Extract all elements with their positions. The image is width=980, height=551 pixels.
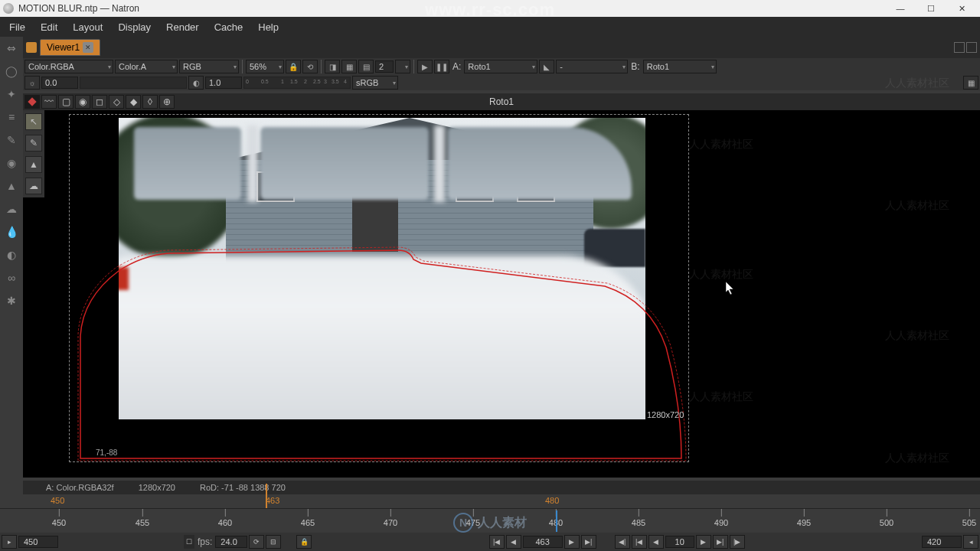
- timeline-ruler[interactable]: 450455460465470475480485490495500505: [0, 508, 980, 531]
- fullframe-toggle-icon[interactable]: ▦: [341, 60, 357, 73]
- tool-color-icon[interactable]: ◐: [3, 246, 20, 263]
- tool-paint-icon[interactable]: ✦: [3, 86, 20, 103]
- sync-viewer-icon[interactable]: ⟲: [302, 60, 318, 73]
- menu-cache[interactable]: Cache: [208, 18, 250, 36]
- roto-cusp-icon[interactable]: ◊: [142, 95, 158, 109]
- tool-transform-icon[interactable]: ⇔: [3, 40, 20, 57]
- roto-smooth-icon[interactable]: ⊕: [159, 95, 175, 109]
- tab-close-icon[interactable]: ✕: [83, 42, 93, 53]
- timeline-keyframe[interactable]: 480: [545, 496, 559, 505]
- timeline-tick: 495: [797, 518, 811, 527]
- timeline-keyframe[interactable]: 463: [266, 496, 279, 505]
- play-reverse-icon[interactable]: ◀: [506, 535, 521, 549]
- tool-pen-icon[interactable]: ✎: [3, 132, 20, 148]
- window-minimize[interactable]: —: [885, 0, 916, 17]
- gain-slider[interactable]: [80, 77, 187, 89]
- next-incr-icon[interactable]: ▶|: [713, 535, 728, 549]
- proxy-toggle-icon[interactable]: ▤: [358, 60, 374, 73]
- b-input-dropdown[interactable]: Roto1: [643, 60, 717, 73]
- tab-handle-icon[interactable]: [26, 42, 37, 53]
- menu-display[interactable]: Display: [112, 18, 157, 36]
- info-rod: RoD: -71 -88 1388 720: [200, 483, 286, 492]
- pause-render-icon[interactable]: ❚❚: [434, 60, 449, 73]
- gamma-slider[interactable]: 0 0.5 1 1.5 2 2.5 3 3.5 4: [243, 77, 351, 89]
- tool-link-icon[interactable]: ∞: [3, 269, 20, 286]
- roto-feather-icon[interactable]: 〰: [41, 95, 57, 109]
- gain-icon[interactable]: ☼: [24, 76, 40, 90]
- menu-edit[interactable]: Edit: [34, 18, 64, 36]
- prev-key-icon[interactable]: ◀|: [615, 535, 630, 549]
- gamma-field[interactable]: 1.0: [205, 77, 242, 89]
- proxy-dropdown[interactable]: [395, 60, 410, 73]
- clip-toggle-icon[interactable]: ◨: [325, 60, 340, 73]
- roto-sticky-icon[interactable]: ◉: [75, 95, 90, 109]
- first-frame-icon[interactable]: |◀: [489, 535, 505, 549]
- roto-clone-tool-icon[interactable]: ☁: [25, 178, 42, 194]
- viewer-tab[interactable]: Viewer1 ✕: [40, 39, 100, 56]
- tool-brush-icon[interactable]: ◉: [3, 155, 20, 171]
- menu-file[interactable]: File: [3, 18, 31, 36]
- frame-lock-icon[interactable]: 🔒: [296, 535, 312, 549]
- viewer-canvas[interactable]: Main Bar Cafe 627 West 3rd Avenue 1280x7…: [23, 110, 980, 478]
- roto-bezier-tool-icon[interactable]: ✎: [25, 135, 42, 152]
- fps-lock-icon[interactable]: ☐: [184, 535, 194, 549]
- step-back-icon[interactable]: ◀: [648, 535, 664, 549]
- menu-render[interactable]: Render: [160, 18, 205, 36]
- proxy-level[interactable]: 2: [375, 60, 394, 73]
- play-mode-icon[interactable]: ⟳: [249, 535, 264, 549]
- info-res: 980x551: [139, 483, 175, 492]
- roto-select-tool-icon[interactable]: ↖: [25, 113, 42, 130]
- roto-ripple-icon[interactable]: ◻: [92, 95, 107, 109]
- roto-autokey-icon[interactable]: [24, 95, 40, 109]
- play-forward-icon[interactable]: ▶: [564, 535, 580, 549]
- roto-ellipse-tool-icon[interactable]: ▲: [25, 156, 42, 173]
- fps-field[interactable]: 24.0: [215, 536, 247, 548]
- timeline-keys[interactable]: 450463480: [0, 496, 980, 508]
- tab-label: Viewer1: [47, 42, 80, 53]
- step-field[interactable]: 10: [665, 536, 694, 548]
- tool-circle-icon[interactable]: ◯: [3, 63, 20, 80]
- checker-toggle-icon[interactable]: ▦: [963, 76, 978, 90]
- tool-star-icon[interactable]: ✱: [3, 292, 20, 309]
- close-pane-icon[interactable]: [966, 42, 977, 53]
- goto-end-icon[interactable]: ◂: [963, 535, 978, 549]
- roto-bbox-icon[interactable]: ▢: [58, 95, 74, 109]
- lock-zoom-icon[interactable]: 🔒: [286, 60, 301, 73]
- lut-dropdown[interactable]: sRGB: [352, 76, 398, 90]
- menu-help[interactable]: Help: [252, 18, 285, 36]
- goto-start-icon[interactable]: ▸: [2, 535, 17, 549]
- playback-bar: ▸ 450 ☐ fps: 24.0 ⟳ ⊟ 🔒 |◀ ◀ 463 ▶ ▶| ◀|…: [0, 533, 980, 551]
- prev-incr-icon[interactable]: |◀: [632, 535, 647, 549]
- render-refresh-icon[interactable]: ▶: [417, 60, 433, 73]
- play-stop-icon[interactable]: ⊟: [266, 535, 281, 549]
- step-fwd-icon[interactable]: ▶: [696, 535, 711, 549]
- end-frame-field[interactable]: 420: [922, 536, 962, 548]
- layer-dropdown[interactable]: Color.RGBA: [24, 60, 113, 73]
- tool-smudge-icon[interactable]: ☁: [3, 201, 20, 217]
- tool-lines-icon[interactable]: ≡: [3, 109, 20, 126]
- menu-layout[interactable]: Layout: [67, 18, 109, 36]
- corner-coord: 71,-88: [96, 448, 117, 457]
- blend-dropdown[interactable]: -: [556, 60, 628, 73]
- roto-addpoint-icon[interactable]: ◇: [109, 95, 124, 109]
- start-frame-field[interactable]: 450: [18, 536, 58, 548]
- tool-shape-icon[interactable]: ▲: [3, 178, 20, 194]
- gain-field[interactable]: 0.0: [41, 77, 78, 89]
- channels-dropdown[interactable]: RGB: [179, 60, 239, 73]
- next-key-icon[interactable]: |▶: [730, 535, 745, 549]
- gamma-icon[interactable]: ◐: [188, 76, 204, 90]
- timeline-keyframe[interactable]: 450: [51, 496, 64, 505]
- timeline-tick: 460: [218, 518, 232, 527]
- timeline-tick: 475: [466, 518, 480, 527]
- current-frame-field[interactable]: 463: [523, 536, 563, 548]
- roto-removepoint-icon[interactable]: ◆: [126, 95, 141, 109]
- window-maximize[interactable]: ☐: [916, 0, 946, 17]
- tool-drop-icon[interactable]: 💧: [3, 223, 20, 240]
- window-close[interactable]: ✕: [946, 0, 977, 17]
- alpha-dropdown[interactable]: Color.A: [115, 60, 178, 73]
- a-input-dropdown[interactable]: Roto1: [464, 60, 537, 73]
- last-frame-icon[interactable]: ▶|: [581, 535, 596, 549]
- zoom-dropdown[interactable]: 56%: [246, 60, 284, 73]
- a-toggle-icon[interactable]: ◣: [539, 60, 554, 73]
- float-pane-icon[interactable]: [954, 42, 965, 53]
